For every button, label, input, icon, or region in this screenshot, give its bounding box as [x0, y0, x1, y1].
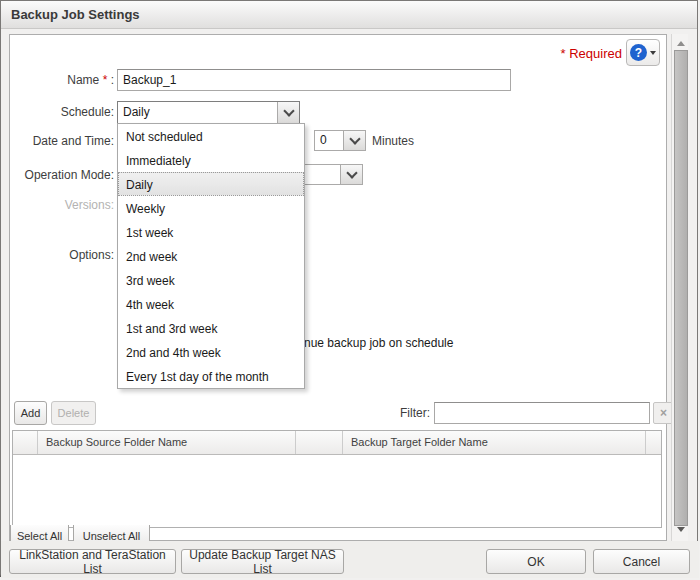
scroll-down-button[interactable]: [672, 523, 689, 535]
question-icon: ?: [630, 44, 647, 61]
caret-down-icon: [650, 51, 656, 55]
menu-item-not-scheduled[interactable]: Not scheduled: [118, 124, 304, 148]
minutes-select-value: 0: [315, 131, 343, 150]
required-indicator: * Required: [561, 46, 622, 61]
schedule-select-value: Daily: [118, 102, 277, 123]
versions-field-label: Versions:: [10, 198, 114, 212]
name-input[interactable]: [117, 69, 511, 91]
options-field-label: Options:: [10, 248, 114, 262]
scroll-up-button[interactable]: [672, 37, 689, 49]
name-label-text: Name: [67, 73, 99, 87]
backup-job-settings-dialog: Backup Job Settings * Required ? Name * …: [0, 0, 698, 577]
triangle-up-icon: [677, 41, 685, 46]
triangle-down-icon: [677, 527, 685, 532]
dialog-footer: LinkStation and TeraStation List Update …: [1, 541, 699, 578]
menu-item-daily[interactable]: Daily: [118, 172, 304, 196]
menu-item-4th-week[interactable]: 4th week: [118, 292, 304, 316]
source-column-header[interactable]: Backup Source Folder Name: [38, 431, 296, 454]
filter-label: Filter:: [350, 406, 430, 420]
cancel-button[interactable]: Cancel: [593, 549, 690, 574]
required-asterisk: *: [103, 73, 108, 87]
update-nas-list-button[interactable]: Update Backup Target NAS List: [181, 549, 344, 574]
table-header-row: Backup Source Folder Name Backup Target …: [13, 431, 661, 455]
filter-input[interactable]: [434, 402, 650, 424]
scrollbar-thumb[interactable]: [674, 50, 688, 526]
schedule-field-label: Schedule:: [10, 105, 114, 119]
x-icon: ×: [660, 406, 667, 420]
minutes-select[interactable]: 0: [314, 130, 366, 151]
ok-button[interactable]: OK: [486, 549, 586, 574]
menu-item-3rd-week[interactable]: 3rd week: [118, 268, 304, 292]
delete-button[interactable]: Delete: [51, 401, 96, 425]
menu-item-immediately[interactable]: Immediately: [118, 148, 304, 172]
schedule-select[interactable]: Daily: [117, 101, 300, 124]
nas-list-button[interactable]: LinkStation and TeraStation List: [9, 549, 176, 574]
menu-item-weekly[interactable]: Weekly: [118, 196, 304, 220]
datetime-field-label: Date and Time:: [10, 134, 114, 148]
menu-item-2nd-week[interactable]: 2nd week: [118, 244, 304, 268]
menu-item-1st-and-3rd-week[interactable]: 1st and 3rd week: [118, 316, 304, 340]
dialog-title: Backup Job Settings: [1, 1, 697, 29]
menu-item-every-1st-day[interactable]: Every 1st day of the month: [118, 364, 304, 388]
name-field-label: Name * :: [10, 73, 114, 87]
schedule-dropdown-menu: Not scheduled Immediately Daily Weekly 1…: [117, 123, 305, 389]
chevron-down-icon: [277, 102, 299, 123]
end-column-header: [646, 431, 661, 454]
checkbox-column-header[interactable]: [13, 431, 38, 454]
help-button[interactable]: ?: [626, 39, 660, 66]
chevron-down-icon: [343, 131, 365, 150]
add-button[interactable]: Add: [14, 401, 47, 425]
menu-item-1st-week[interactable]: 1st week: [118, 220, 304, 244]
minutes-unit-label: Minutes: [372, 134, 432, 148]
name-label-colon: :: [111, 73, 114, 87]
menu-item-2nd-and-4th-week[interactable]: 2nd and 4th week: [118, 340, 304, 364]
settings-panel: * Required ? Name * : Schedule: Daily Da…: [9, 34, 667, 541]
spacer-column-header[interactable]: [296, 431, 343, 454]
vertical-scrollbar[interactable]: [671, 34, 688, 541]
backup-folders-table: Backup Source Folder Name Backup Target …: [12, 430, 662, 528]
chevron-down-icon: [340, 165, 362, 184]
options-partial-text: nue backup job on schedule: [304, 336, 453, 350]
table-body: [13, 455, 661, 527]
operation-mode-field-label: Operation Mode:: [10, 168, 114, 182]
target-column-header[interactable]: Backup Target Folder Name: [343, 431, 646, 454]
